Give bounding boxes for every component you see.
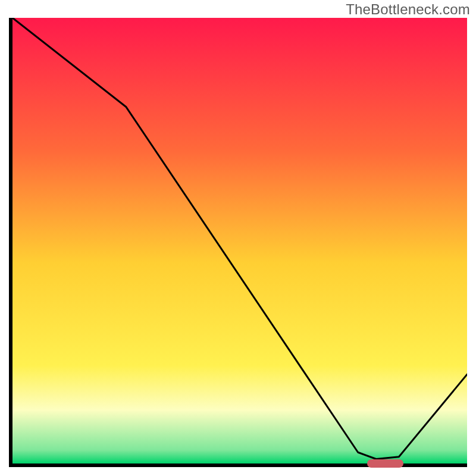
- optimum-range-marker: [367, 459, 403, 468]
- chart-container: { "watermark": "TheBottleneck.com", "cha…: [0, 0, 476, 476]
- bottleneck-curve: [12, 18, 467, 464]
- plot-area: [9, 18, 467, 467]
- watermark-text: TheBottleneck.com: [346, 1, 470, 18]
